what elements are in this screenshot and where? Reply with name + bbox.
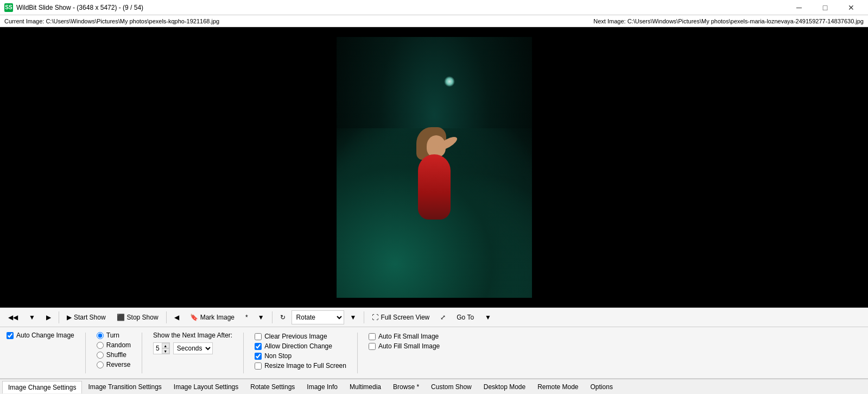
mark-image-button[interactable]: 🔖 Mark Image — [185, 310, 239, 325]
auto-fit-row: Auto Fit Small Image — [369, 333, 440, 340]
turn-row: Turn — [97, 332, 131, 339]
mark-image-label: Mark Image — [200, 314, 235, 321]
forest-light — [444, 76, 455, 87]
interval-down[interactable]: ▼ — [162, 348, 169, 354]
auto-fit-checkbox[interactable] — [369, 333, 376, 340]
shuffle-label: Shuffle — [106, 351, 126, 359]
non-stop-checkbox[interactable] — [255, 353, 262, 360]
interval-unit-select[interactable]: Seconds Minutes — [173, 342, 213, 354]
tab-options[interactable]: Options — [585, 380, 619, 393]
auto-change-label: Auto Change Image — [16, 332, 74, 339]
allow-direction-checkbox[interactable] — [255, 343, 262, 350]
allow-direction-row: Allow Direction Change — [255, 342, 346, 350]
sep-1 — [59, 311, 59, 323]
titlebar: SS WildBit Slide Show - (3648 x 5472) - … — [0, 0, 868, 15]
reverse-radio[interactable] — [97, 361, 104, 368]
next-nav-icon: ▶ — [46, 314, 51, 321]
rotate-select[interactable]: Rotate Rotate Left Rotate Right Flip H F… — [292, 310, 344, 324]
prev-button[interactable]: ◀◀ — [3, 310, 23, 325]
tab-image-info[interactable]: Image Info — [301, 380, 344, 393]
shuffle-radio[interactable] — [97, 352, 104, 359]
app-icon: SS — [4, 3, 13, 12]
tab-custom-show[interactable]: Custom Show — [425, 380, 478, 393]
clear-previous-row: Clear Previous Image — [255, 333, 346, 340]
fullscreen-button[interactable]: ⛶ Full Screen View — [367, 310, 434, 325]
toolbar: ◀◀ ▼ ▶ ▶ Start Show ⬛ Stop Show ◀ 🔖 Mark… — [0, 308, 868, 327]
next-image-group: Show the Next Image After: 5 ▲ ▼ Seconds… — [153, 332, 232, 354]
next-image-path: Next Image: C:\Users\Windows\Pictures\My… — [593, 18, 864, 24]
maximize-button[interactable]: □ — [813, 2, 838, 13]
tab-image-transition[interactable]: Image Transition Settings — [82, 380, 167, 393]
mark-dropdown: * ▼ — [240, 310, 269, 325]
allow-direction-label: Allow Direction Change — [264, 342, 332, 350]
nav-dropdown: ▼ — [24, 310, 40, 325]
shuffle-row: Shuffle — [97, 351, 131, 359]
clear-previous-checkbox[interactable] — [255, 333, 262, 340]
tab-browse[interactable]: Browse * — [387, 380, 425, 393]
divider-2 — [142, 333, 142, 373]
stop-show-label: Stop Show — [127, 314, 159, 321]
resize-fullscreen-checkbox[interactable] — [255, 362, 262, 370]
mark-prev-icon: ◀ — [174, 314, 179, 321]
interval-input-container: 5 ▲ ▼ — [153, 342, 170, 354]
interval-up[interactable]: ▲ — [162, 343, 169, 348]
rotate-dropdown-arrow[interactable]: ▼ — [345, 310, 362, 325]
image-area — [0, 27, 868, 308]
auto-change-row: Auto Change Image — [7, 332, 74, 339]
fullscreen-extra-button[interactable]: ⤢ — [435, 310, 451, 325]
current-image-path: Current Image: C:\Users\Windows\Pictures… — [4, 18, 219, 24]
tab-rotate[interactable]: Rotate Settings — [244, 380, 301, 393]
divider-3 — [243, 333, 244, 373]
goto-button[interactable]: Go To — [452, 310, 479, 325]
auto-fill-row: Auto Fill Small Image — [369, 342, 440, 350]
non-stop-row: Non Stop — [255, 352, 346, 360]
sep-3 — [272, 311, 273, 323]
checkbox-group-2: Auto Fit Small Image Auto Fill Small Ima… — [369, 333, 440, 350]
order-group: Turn Random Shuffle Reverse — [97, 332, 131, 368]
fullscreen-icon: ⛶ — [372, 314, 378, 321]
divider-1 — [85, 333, 86, 373]
titlebar-left: SS WildBit Slide Show - (3648 x 5472) - … — [4, 3, 143, 12]
start-show-icon: ▶ — [67, 314, 72, 321]
auto-change-group: Auto Change Image — [7, 332, 74, 339]
random-row: Random — [97, 341, 131, 349]
mark-dropdown-chevron[interactable]: ▼ — [253, 310, 269, 325]
goto-arrow-button[interactable]: ▼ — [480, 310, 496, 325]
infobar: Current Image: C:\Users\Windows\Pictures… — [0, 15, 868, 27]
auto-change-checkbox[interactable] — [7, 332, 14, 339]
reverse-label: Reverse — [106, 361, 131, 368]
mark-image-button-nav[interactable]: ◀ — [169, 310, 184, 325]
tab-image-layout[interactable]: Image Layout Settings — [168, 380, 244, 393]
next-image-label: Show the Next Image After: — [153, 332, 232, 339]
tab-image-change[interactable]: Image Change Settings — [2, 381, 82, 393]
nav-dropdown-arrow[interactable]: ▼ — [24, 310, 40, 325]
tab-desktop-mode[interactable]: Desktop Mode — [478, 380, 531, 393]
next-nav-button[interactable]: ▶ — [41, 310, 56, 325]
non-stop-label: Non Stop — [264, 352, 292, 360]
turn-radio[interactable] — [97, 332, 104, 339]
woman-body — [418, 154, 451, 220]
minimize-button[interactable]: ─ — [787, 2, 812, 13]
next-image-row: 5 ▲ ▼ Seconds Minutes — [153, 342, 232, 354]
start-show-button[interactable]: ▶ Start Show — [62, 310, 111, 325]
tab-remote-mode[interactable]: Remote Mode — [531, 380, 584, 393]
checkbox-group-1: Clear Previous Image Allow Direction Cha… — [255, 333, 346, 370]
titlebar-controls: ─ □ ✕ — [787, 2, 864, 13]
stop-show-icon: ⬛ — [117, 314, 125, 321]
auto-fill-checkbox[interactable] — [369, 343, 376, 350]
sep-4 — [364, 311, 364, 323]
stop-show-button[interactable]: ⬛ Stop Show — [112, 310, 163, 325]
random-radio[interactable] — [97, 342, 104, 349]
rotate-icon-button[interactable]: ↻ — [275, 310, 290, 325]
divider-4 — [357, 333, 358, 373]
figure — [402, 111, 467, 220]
start-show-label: Start Show — [74, 314, 106, 321]
fullscreen-label: Full Screen View — [381, 314, 429, 321]
interval-spinner: ▲ ▼ — [162, 343, 169, 354]
tab-multimedia[interactable]: Multimedia — [344, 380, 387, 393]
titlebar-title: WildBit Slide Show - (3648 x 5472) - (9 … — [16, 4, 143, 11]
bottom-tabs: Image Change Settings Image Transition S… — [0, 379, 868, 394]
turn-label: Turn — [106, 332, 119, 339]
close-button[interactable]: ✕ — [839, 2, 864, 13]
mark-dropdown-arrow[interactable]: * — [240, 310, 253, 325]
